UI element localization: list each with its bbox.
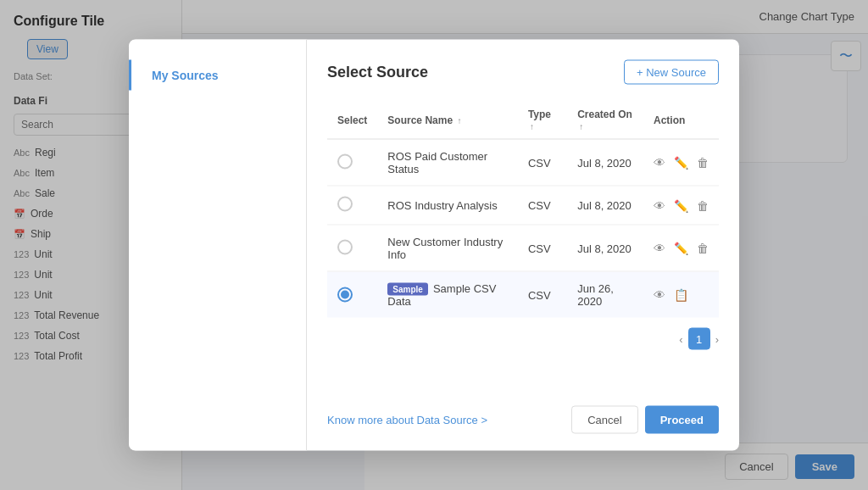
table-row: New Customer Industry Info CSV Jul 8, 20… bbox=[327, 225, 719, 271]
edit-icon[interactable]: ✏️ bbox=[674, 156, 688, 170]
prev-page-button[interactable]: ‹ bbox=[679, 332, 682, 345]
row1-radio[interactable] bbox=[337, 153, 353, 169]
view-icon[interactable]: 👁 bbox=[654, 156, 665, 170]
col-source-name: Source Name ↑ bbox=[377, 102, 518, 140]
next-page-button[interactable]: › bbox=[715, 332, 719, 345]
edit-icon[interactable]: ✏️ bbox=[674, 242, 688, 255]
table-row: ROS Paid Customer Status CSV Jul 8, 2020… bbox=[327, 139, 719, 186]
row2-actions: 👁 ✏️ 🗑 bbox=[654, 198, 709, 212]
row4-type: CSV bbox=[518, 271, 567, 318]
delete-icon[interactable]: 🗑 bbox=[697, 198, 709, 212]
row1-type: CSV bbox=[518, 139, 567, 186]
source-table: Select Source Name ↑ Type ↑ Created On ↑… bbox=[327, 102, 719, 318]
row4-name: SampleSample CSV Data bbox=[377, 271, 518, 318]
footer-actions: Cancel Proceed bbox=[571, 406, 719, 434]
row3-type: CSV bbox=[518, 225, 567, 271]
row2-radio[interactable] bbox=[337, 197, 353, 212]
col-type: Type ↑ bbox=[518, 102, 567, 140]
modal-title: Select Source bbox=[327, 64, 428, 81]
view-icon[interactable]: 👁 bbox=[654, 198, 665, 212]
row2-type: CSV bbox=[518, 186, 567, 225]
modal-footer: Know more about Data Source > Cancel Pro… bbox=[307, 396, 739, 451]
row3-actions: 👁 ✏️ 🗑 bbox=[654, 242, 709, 255]
data-icon[interactable]: 📋 bbox=[674, 288, 688, 302]
modal-header: Select Source + New Source bbox=[327, 60, 719, 85]
view-icon[interactable]: 👁 bbox=[654, 288, 665, 302]
row1-name: ROS Paid Customer Status bbox=[377, 139, 518, 186]
edit-icon[interactable]: ✏️ bbox=[674, 198, 688, 212]
col-action: Action bbox=[643, 102, 719, 140]
modal-sidebar: My Sources bbox=[129, 40, 307, 451]
row2-name: ROS Industry Analysis bbox=[377, 186, 518, 225]
row2-created: Jul 8, 2020 bbox=[567, 186, 643, 225]
modal-main: Select Source + New Source Select Source… bbox=[307, 40, 739, 396]
row4-radio[interactable] bbox=[337, 287, 353, 303]
delete-icon[interactable]: 🗑 bbox=[697, 242, 709, 255]
table-row: ROS Industry Analysis CSV Jul 8, 2020 👁 … bbox=[327, 186, 719, 225]
table-row: SampleSample CSV Data CSV Jun 26, 2020 👁… bbox=[327, 271, 719, 318]
row4-actions: 👁 📋 bbox=[654, 288, 709, 302]
row1-actions: 👁 ✏️ 🗑 bbox=[654, 156, 709, 170]
row4-created: Jun 26, 2020 bbox=[567, 271, 643, 318]
row3-created: Jul 8, 2020 bbox=[567, 225, 643, 271]
pagination: ‹ 1 › bbox=[327, 318, 719, 357]
new-source-button[interactable]: + New Source bbox=[624, 60, 719, 85]
modal-cancel-button[interactable]: Cancel bbox=[571, 406, 637, 434]
col-created: Created On ↑ bbox=[567, 102, 643, 140]
row3-name: New Customer Industry Info bbox=[377, 225, 518, 271]
modal-proceed-button[interactable]: Proceed bbox=[645, 406, 719, 434]
delete-icon[interactable]: 🗑 bbox=[697, 156, 709, 170]
sample-badge: Sample bbox=[387, 283, 428, 296]
know-more-link[interactable]: Know more about Data Source > bbox=[327, 414, 487, 426]
col-select: Select bbox=[327, 102, 377, 140]
select-source-modal: My Sources Select Source + New Source Se… bbox=[129, 40, 739, 451]
row3-radio[interactable] bbox=[337, 239, 353, 254]
my-sources-tab[interactable]: My Sources bbox=[129, 60, 306, 91]
row1-created: Jul 8, 2020 bbox=[567, 139, 643, 186]
page-1-button[interactable]: 1 bbox=[688, 328, 710, 350]
view-icon[interactable]: 👁 bbox=[654, 242, 665, 255]
